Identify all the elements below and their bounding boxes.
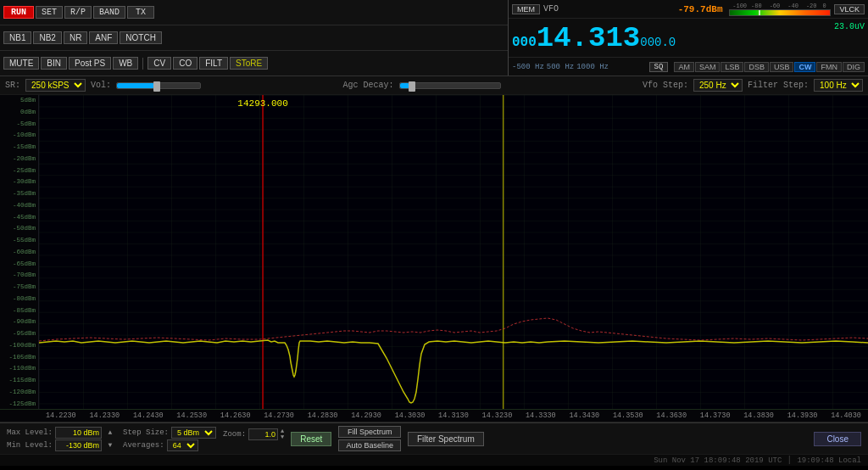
freq-axis-14: 14.3630: [656, 411, 687, 420]
band-button[interactable]: BAND: [93, 6, 125, 19]
spectrum-svg: [39, 95, 868, 409]
band-neg500[interactable]: -500 Hz: [512, 63, 544, 71]
datetime-utc: Sun Nov 17 18:09:48 2019 UTC: [654, 456, 782, 465]
freq-axis-16: 14.3830: [743, 411, 774, 420]
min-level-input[interactable]: [55, 439, 102, 451]
freq-axis-8: 14.3030: [395, 411, 426, 420]
averages-label: Averages:: [123, 441, 164, 450]
freq-axis-7: 14.2930: [351, 411, 381, 420]
anf-button[interactable]: ANF: [89, 31, 118, 44]
y-label-n75: -75dBm: [0, 283, 38, 290]
dig-mode-button[interactable]: DIG: [843, 62, 865, 72]
sam-mode-button[interactable]: SAM: [695, 62, 721, 72]
auto-baseline-button[interactable]: Auto Baseline: [338, 439, 401, 451]
co-button[interactable]: CO: [173, 57, 198, 70]
step-size-label: Step Size:: [123, 428, 169, 437]
mute-button[interactable]: MUTE: [3, 57, 39, 70]
max-level-up-arrow[interactable]: ▲: [108, 428, 113, 436]
bin-button[interactable]: BIN: [41, 57, 67, 70]
zoom-input[interactable]: [248, 428, 278, 440]
agc-decay-slider[interactable]: [399, 82, 501, 89]
postps-button[interactable]: Post PS: [69, 57, 111, 70]
freq-axis-15: 14.3730: [700, 411, 731, 420]
filter-step-select[interactable]: 100 Hz: [814, 79, 863, 92]
y-label-n35: -35dBm: [0, 190, 38, 197]
max-level-label: Max Level:: [7, 428, 53, 437]
reset-button[interactable]: Reset: [291, 432, 331, 446]
fill-spectrum-button[interactable]: Fill Spectrum: [338, 426, 401, 438]
y-label-n55: -55dBm: [0, 237, 38, 243]
run-button[interactable]: RUN: [3, 6, 34, 19]
freq-axis-0: 14.2230: [46, 411, 76, 420]
zoom-down[interactable]: ▼: [281, 434, 284, 440]
tx-button[interactable]: TX: [127, 6, 154, 19]
freq-axis-3: 14.2530: [176, 411, 207, 420]
vfo-label: VFO: [543, 4, 559, 14]
y-label-n95: -95dBm: [0, 330, 38, 337]
freq-axis-18: 14.4030: [831, 411, 861, 420]
vfo-step-label: Vfo Step:: [643, 81, 688, 90]
averages-select[interactable]: 64: [167, 439, 198, 451]
freq-axis-9: 14.3130: [438, 411, 469, 420]
datetime-local: 19:09:48 Local: [797, 456, 861, 465]
y-label-n70: -70dBm: [0, 271, 38, 278]
band-1000[interactable]: 1000 Hz: [576, 63, 609, 71]
freq-axis-1: 14.2330: [89, 411, 120, 420]
usb-mode-button[interactable]: USB: [770, 62, 794, 72]
fmn-mode-button[interactable]: FMN: [816, 62, 842, 72]
y-label-n90: -90dBm: [0, 318, 38, 325]
zoom-label: Zoom:: [223, 430, 246, 439]
store-button[interactable]: SToRE: [230, 57, 268, 70]
set-button[interactable]: SET: [36, 6, 63, 19]
sr-select[interactable]: 250 kSPS: [25, 79, 86, 92]
y-label-n85: -85dBm: [0, 307, 38, 314]
rp-button[interactable]: R/P: [64, 6, 92, 19]
freq-axis-6: 14.2830: [308, 411, 338, 420]
uv-level-display: 23.0uV: [834, 22, 865, 31]
step-size-select[interactable]: 5 dBm: [171, 427, 216, 439]
nb1-button[interactable]: NB1: [3, 31, 31, 44]
y-label-0: 0dBm: [0, 109, 38, 115]
freq-axis-17: 14.3930: [787, 411, 818, 420]
min-level-down-arrow[interactable]: ▼: [108, 441, 113, 449]
y-label-n110: -110dBm: [0, 365, 38, 372]
filt-button[interactable]: FILT: [199, 57, 228, 70]
dbm-display: -79.7dBm: [678, 4, 723, 14]
notch-button[interactable]: NOTCH: [120, 31, 162, 44]
y-label-n125: -125dBm: [0, 400, 38, 407]
sq-button[interactable]: SQ: [649, 62, 669, 72]
y-label-n50: -50dBm: [0, 225, 38, 232]
freq-marker-label: 14293.000: [237, 98, 287, 109]
dsb-mode-button[interactable]: DSB: [744, 62, 769, 72]
frequency-display: 000 14.313 000.0: [512, 24, 676, 53]
y-label-n45: -45dBm: [0, 214, 38, 221]
nr-button[interactable]: NR: [64, 31, 87, 44]
freq-axis-12: 14.3430: [569, 411, 599, 420]
cv-button[interactable]: CV: [147, 57, 171, 70]
vfo-step-select[interactable]: 250 Hz: [693, 79, 743, 92]
y-label-n40: -40dBm: [0, 202, 38, 209]
filter-step-label: Filter Step:: [748, 81, 809, 90]
lsb-mode-button[interactable]: LSB: [721, 62, 743, 72]
freq-axis-11: 14.3330: [526, 411, 556, 420]
mem-button[interactable]: MEM: [512, 4, 540, 14]
wb-button[interactable]: WB: [113, 57, 138, 70]
y-label-5: 5dBm: [0, 97, 38, 104]
vlck-button[interactable]: VLCK: [834, 4, 865, 14]
y-label-n20: -20dBm: [0, 155, 38, 162]
max-level-input[interactable]: [55, 427, 102, 439]
agc-decay-label: Agc Decay:: [343, 81, 394, 90]
close-button[interactable]: Close: [814, 432, 861, 446]
freq-axis-5: 14.2730: [264, 411, 294, 420]
cw-mode-button[interactable]: CW: [794, 62, 815, 72]
filter-spectrum-button[interactable]: Filter Spectrum: [408, 432, 484, 446]
freq-axis-4: 14.2630: [220, 411, 251, 420]
am-mode-button[interactable]: AM: [674, 62, 694, 72]
nb2-button[interactable]: NB2: [33, 31, 61, 44]
band-500[interactable]: 500 Hz: [547, 63, 574, 71]
y-label-n80: -80dBm: [0, 295, 38, 302]
y-label-n100: -100dBm: [0, 342, 38, 349]
min-level-label: Min Level:: [7, 441, 53, 450]
vol-slider[interactable]: [116, 82, 201, 89]
freq-axis-10: 14.3230: [482, 411, 513, 420]
